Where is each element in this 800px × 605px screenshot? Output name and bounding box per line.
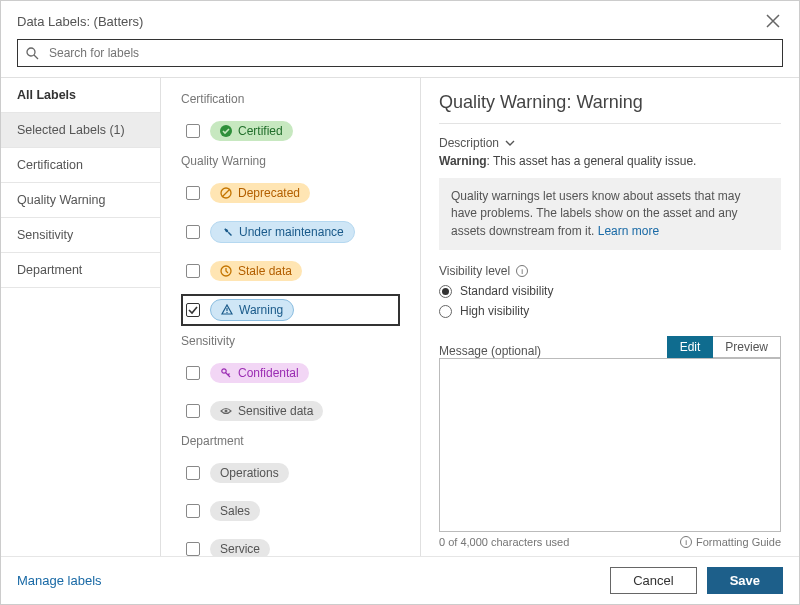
- label-text: Sales: [220, 504, 250, 518]
- label-text: Service: [220, 542, 260, 556]
- checkbox[interactable]: [186, 225, 200, 239]
- sidebar-item-department[interactable]: Department: [1, 253, 160, 288]
- description-text: Warning: This asset has a general qualit…: [439, 154, 781, 168]
- label-text: Sensitive data: [238, 404, 313, 418]
- info-box: Quality warnings let users know about as…: [439, 178, 781, 250]
- label-row-confidental[interactable]: Confidental: [181, 358, 400, 388]
- stale-icon: [220, 265, 232, 277]
- label-text: Operations: [220, 466, 279, 480]
- label-text: Confidental: [238, 366, 299, 380]
- key-icon: [220, 367, 232, 379]
- radio-high-visibility[interactable]: High visibility: [439, 304, 781, 318]
- label-row-sensitive-data[interactable]: Sensitive data: [181, 396, 400, 426]
- label-text: Stale data: [238, 264, 292, 278]
- manage-labels-link[interactable]: Manage labels: [17, 573, 102, 588]
- radio-standard-visibility[interactable]: Standard visibility: [439, 284, 781, 298]
- checkbox[interactable]: [186, 366, 200, 380]
- info-icon[interactable]: i: [516, 265, 528, 277]
- sidebar-item-selected-labels[interactable]: Selected Labels (1): [1, 113, 160, 148]
- checkbox[interactable]: [186, 303, 200, 317]
- group-title-department: Department: [181, 434, 400, 448]
- label-text: Deprecated: [238, 186, 300, 200]
- label-text: Under maintenance: [239, 225, 344, 239]
- checkbox[interactable]: [186, 542, 200, 556]
- labels-column: Certification Certified Quality Warning …: [161, 77, 421, 556]
- checkbox[interactable]: [186, 186, 200, 200]
- label-row-warning[interactable]: Warning: [181, 294, 400, 326]
- radio-label: High visibility: [460, 304, 529, 318]
- label-row-sales[interactable]: Sales: [181, 496, 400, 526]
- label-row-operations[interactable]: Operations: [181, 458, 400, 488]
- svg-line-10: [228, 374, 230, 376]
- svg-line-4: [222, 189, 230, 197]
- checkbox[interactable]: [186, 124, 200, 138]
- svg-point-7: [226, 312, 227, 313]
- checkbox[interactable]: [186, 404, 200, 418]
- label-row-service[interactable]: Service: [181, 534, 400, 556]
- deprecated-icon: [220, 187, 232, 199]
- radio-button[interactable]: [439, 305, 452, 318]
- checkbox[interactable]: [186, 264, 200, 278]
- sidebar-item-certification[interactable]: Certification: [1, 148, 160, 183]
- close-icon[interactable]: [763, 11, 783, 31]
- chevron-down-icon: [505, 138, 515, 148]
- label-row-certified[interactable]: Certified: [181, 116, 400, 146]
- tab-edit[interactable]: Edit: [667, 336, 714, 358]
- details-title: Quality Warning: Warning: [439, 92, 781, 124]
- char-counter: 0 of 4,000 characters used: [439, 536, 569, 548]
- message-label: Message (optional): [439, 344, 541, 358]
- description-toggle[interactable]: Description: [439, 136, 781, 150]
- group-title-certification: Certification: [181, 92, 400, 106]
- message-textarea[interactable]: [439, 358, 781, 532]
- svg-point-11: [225, 410, 228, 413]
- eye-icon: [220, 405, 232, 417]
- tab-preview[interactable]: Preview: [713, 336, 781, 358]
- learn-more-link[interactable]: Learn more: [598, 224, 659, 238]
- dialog-title: Data Labels: (Batters): [17, 14, 143, 29]
- radio-label: Standard visibility: [460, 284, 553, 298]
- group-title-sensitivity: Sensitivity: [181, 334, 400, 348]
- maintenance-icon: [221, 226, 233, 238]
- checkbox[interactable]: [186, 504, 200, 518]
- description-label: Description: [439, 136, 499, 150]
- sidebar: All Labels Selected Labels (1) Certifica…: [1, 77, 161, 556]
- group-title-quality: Quality Warning: [181, 154, 400, 168]
- svg-line-1: [34, 55, 38, 59]
- label-text: Warning: [239, 303, 283, 317]
- warning-icon: [221, 304, 233, 316]
- save-button[interactable]: Save: [707, 567, 783, 594]
- sidebar-item-sensitivity[interactable]: Sensitivity: [1, 218, 160, 253]
- search-input[interactable]: [47, 45, 774, 61]
- search-icon: [26, 47, 39, 60]
- certified-icon: [220, 125, 232, 137]
- message-tabs: Edit Preview: [667, 336, 781, 358]
- label-row-under-maintenance[interactable]: Under maintenance: [181, 216, 400, 248]
- cancel-button[interactable]: Cancel: [610, 567, 696, 594]
- formatting-guide-link[interactable]: i Formatting Guide: [680, 536, 781, 548]
- label-text: Certified: [238, 124, 283, 138]
- visibility-label: Visibility level i: [439, 264, 781, 278]
- label-row-deprecated[interactable]: Deprecated: [181, 178, 400, 208]
- svg-point-0: [27, 48, 35, 56]
- details-panel: Quality Warning: Warning Description War…: [421, 77, 799, 556]
- search-box[interactable]: [17, 39, 783, 67]
- info-icon: i: [680, 536, 692, 548]
- label-row-stale-data[interactable]: Stale data: [181, 256, 400, 286]
- checkbox[interactable]: [186, 466, 200, 480]
- sidebar-item-all-labels[interactable]: All Labels: [1, 78, 160, 113]
- radio-button[interactable]: [439, 285, 452, 298]
- sidebar-item-quality-warning[interactable]: Quality Warning: [1, 183, 160, 218]
